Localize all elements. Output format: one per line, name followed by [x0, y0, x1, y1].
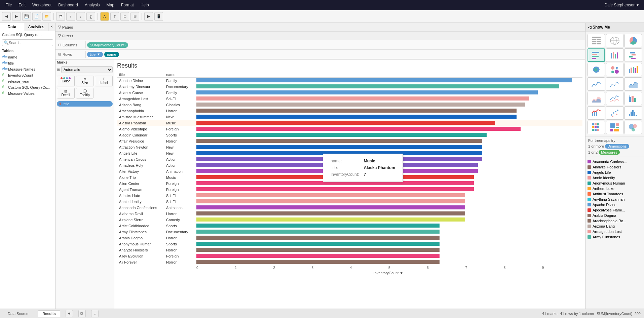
- table-row[interactable]: Armageddon Lost Sci-Fi: [117, 96, 582, 102]
- menu-help[interactable]: Help: [138, 1, 152, 9]
- list-item[interactable]: Apocalypse Flami...: [588, 207, 642, 213]
- table-row[interactable]: Anonymous Human Sports: [117, 241, 582, 247]
- marks-label-button[interactable]: T Label: [95, 76, 113, 86]
- chart-line-discrete[interactable]: [606, 77, 623, 91]
- marks-type-select[interactable]: Automatic: [61, 66, 113, 73]
- label-button[interactable]: T: [110, 12, 119, 21]
- list-item[interactable]: Analyze Hoosiers: [588, 164, 642, 170]
- table-row[interactable]: Annie Identity Sci-Fi: [117, 199, 582, 205]
- chart-circle-view[interactable]: [606, 63, 623, 76]
- swap-rows-cols-button[interactable]: ⇄: [56, 12, 65, 21]
- aggregate-button[interactable]: ∑: [86, 12, 95, 21]
- list-item[interactable]: Anaconda Confess...: [588, 159, 642, 164]
- save-button[interactable]: 💾: [22, 12, 31, 21]
- chart-side-by-side[interactable]: [624, 63, 642, 76]
- list-item[interactable]: Angels Life: [588, 170, 642, 175]
- chart-histogram[interactable]: [624, 106, 642, 120]
- open-button[interactable]: 📂: [42, 12, 51, 21]
- marks-tooltip-button[interactable]: 💬 Tooltip: [76, 88, 94, 98]
- table-row[interactable]: Army Flintstones Documentary: [117, 229, 582, 235]
- sort-asc-button[interactable]: ↑: [66, 12, 75, 21]
- chart-circle-pack[interactable]: [624, 121, 642, 134]
- chart-heat-map[interactable]: [588, 121, 605, 134]
- tab-analytics[interactable]: Analytics: [24, 23, 48, 31]
- duplicate-sheet-button[interactable]: ⧉: [78, 310, 86, 317]
- tooltip-button[interactable]: ◻: [120, 12, 129, 21]
- table-row[interactable]: American Circus Action: [117, 156, 582, 162]
- table-row[interactable]: Agent Truman Foreign: [117, 187, 582, 193]
- field-measure-values[interactable]: # Measure Values: [0, 90, 55, 96]
- search-box[interactable]: 🔍: [2, 39, 53, 46]
- dimensions-badge[interactable]: Dimensions: [605, 144, 629, 149]
- menu-edit[interactable]: Edit: [16, 1, 28, 9]
- table-row[interactable]: Alley Evolution Foreign: [117, 253, 582, 259]
- marks-detail-button[interactable]: ⊡ Detail: [57, 88, 75, 98]
- chart-scatter[interactable]: [606, 106, 623, 120]
- list-item[interactable]: Arizona Bang: [588, 224, 642, 229]
- field-inventory-count[interactable]: # InventoryCount: [0, 72, 55, 78]
- tab-results[interactable]: Results: [38, 310, 60, 317]
- menu-file[interactable]: File: [3, 1, 14, 9]
- table-row[interactable]: Amadeus Holy Action: [117, 162, 582, 168]
- table-row[interactable]: Analyze Hoosiers Horror: [117, 247, 582, 253]
- chart-bar-vertical[interactable]: [606, 48, 623, 62]
- chart-bar-horizontal[interactable]: [588, 48, 605, 62]
- menu-dashboard[interactable]: Dashboard: [55, 1, 81, 9]
- tab-data[interactable]: Data: [0, 23, 24, 31]
- device-preview-button[interactable]: 📱: [154, 12, 163, 21]
- presentation-button[interactable]: ▶: [144, 12, 153, 21]
- new-workbook-button[interactable]: 📄: [32, 12, 41, 21]
- field-custom-sql[interactable]: # Custom SQL Query (Co...: [0, 84, 55, 90]
- table-row[interactable]: Anaconda Confessions Animation: [117, 205, 582, 211]
- pages-header[interactable]: ▽ Pages: [58, 24, 582, 30]
- list-item[interactable]: Arabia Dogma: [588, 213, 642, 218]
- chart-dual-line[interactable]: [606, 92, 623, 105]
- list-item[interactable]: Antitrust Tomatoes: [588, 191, 642, 197]
- measures-badge[interactable]: Measures: [599, 150, 619, 155]
- chart-area-discrete[interactable]: [588, 92, 605, 105]
- table-row[interactable]: Apache Divine Family: [117, 78, 582, 84]
- table-row[interactable]: Alter Victory Animation: [117, 168, 582, 174]
- table-row[interactable]: Arizona Bang Classics: [117, 102, 582, 108]
- menu-analysis[interactable]: Analysis: [82, 1, 103, 9]
- table-row[interactable]: Alamo Videotape Foreign: [117, 126, 582, 132]
- chart-gantt[interactable]: [624, 48, 642, 62]
- back-button[interactable]: ◀: [2, 12, 11, 21]
- chart-area-continuous[interactable]: [624, 77, 642, 91]
- table-row[interactable]: Attacks Hate Sci-Fi: [117, 193, 582, 199]
- table-row[interactable]: Arabia Dogma Horror: [117, 235, 582, 241]
- marks-color-button[interactable]: Color: [57, 76, 75, 86]
- table-row[interactable]: Atlantis Cause Family: [117, 90, 582, 96]
- chart-pie[interactable]: [624, 34, 642, 47]
- list-item[interactable]: Anthem Luke: [588, 186, 642, 191]
- user-menu[interactable]: Dale Stephenson ▾: [602, 1, 641, 9]
- list-item[interactable]: Arachnophobia Ro...: [588, 218, 642, 224]
- list-item[interactable]: Apache Divine: [588, 202, 642, 207]
- chart-treemap[interactable]: [606, 121, 623, 134]
- list-item[interactable]: Armageddon Lost: [588, 229, 642, 234]
- field-measure-names[interactable]: Abc Measure Names: [0, 66, 55, 72]
- filters-header[interactable]: ▽ Filters: [58, 33, 582, 39]
- forward-button[interactable]: ▶: [12, 12, 21, 21]
- menu-map[interactable]: Map: [104, 1, 117, 9]
- columns-sum-inventory-pill[interactable]: SUM(InventoryCount): [87, 42, 128, 48]
- list-item[interactable]: Anything Savannah: [588, 197, 642, 202]
- table-row[interactable]: Attraction Newton New: [117, 144, 582, 150]
- table-row[interactable]: Alaska Phantom Music: [117, 120, 582, 126]
- chart-dual-combo[interactable]: [588, 106, 605, 120]
- tab-data-source[interactable]: Data Source: [3, 310, 33, 317]
- list-item[interactable]: Annie Identity: [588, 175, 642, 181]
- table-row[interactable]: Alien Center Foreign: [117, 181, 582, 187]
- table-row[interactable]: Ali Forever Horror: [117, 259, 582, 265]
- datasource-label[interactable]: Custom SQL Query (d...: [2, 33, 42, 37]
- view-size-button[interactable]: ⊞: [130, 12, 139, 21]
- chart-geo-map[interactable]: [606, 34, 623, 47]
- table-row[interactable]: Airplane Sierra Comedy: [117, 217, 582, 223]
- table-row[interactable]: Artist Coldblooded Sports: [117, 223, 582, 229]
- table-row[interactable]: Affair Prejudice Horror: [117, 138, 582, 144]
- export-sheet-button[interactable]: ↓: [91, 310, 99, 317]
- field-release-year[interactable]: # release_year: [0, 78, 55, 84]
- sort-desc-button[interactable]: ↓: [76, 12, 85, 21]
- chart-text-table[interactable]: [588, 34, 605, 47]
- search-input[interactable]: [9, 41, 42, 45]
